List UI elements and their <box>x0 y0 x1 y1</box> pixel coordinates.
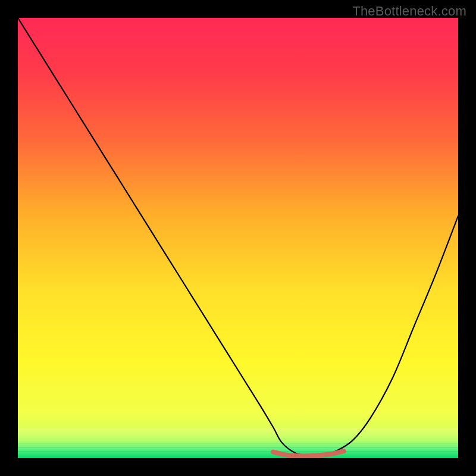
optimal-marker <box>273 451 343 456</box>
plot-area <box>18 18 458 458</box>
watermark-text: TheBottleneck.com <box>352 4 466 19</box>
curve-layer <box>18 18 458 458</box>
chart-container: TheBottleneck.com <box>0 0 476 476</box>
bottleneck-curve <box>18 18 458 456</box>
